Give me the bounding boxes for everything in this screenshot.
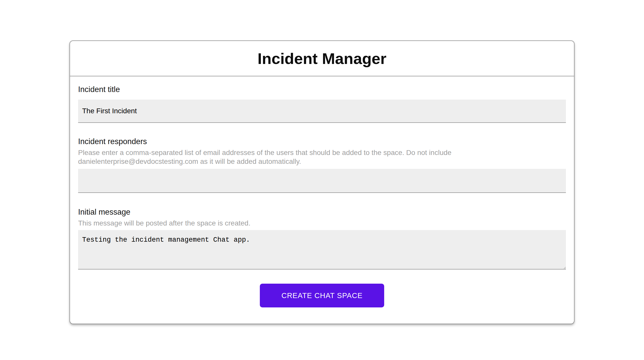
initial-message-label: Initial message [78,208,566,217]
incident-responders-field: Incident responders Please enter a comma… [78,137,566,193]
initial-message-field: Initial message This message will be pos… [78,208,566,269]
card-header: Incident Manager [70,41,574,76]
initial-message-textarea[interactable]: Testing the incident management Chat app… [78,230,566,269]
incident-title-field: Incident title [78,85,566,123]
incident-responders-input[interactable] [78,169,566,193]
page-title: Incident Manager [258,50,386,68]
button-row: CREATE CHAT SPACE [78,284,566,307]
initial-message-hint: This message will be posted after the sp… [78,219,566,228]
incident-manager-card: Incident Manager Incident title Incident… [70,40,574,324]
incident-responders-label: Incident responders [78,137,566,146]
incident-title-input[interactable] [78,100,566,123]
incident-form: Incident title Incident responders Pleas… [70,76,574,324]
incident-title-label: Incident title [78,85,566,94]
incident-responders-hint: Please enter a comma-separated list of e… [78,148,566,166]
create-chat-space-button[interactable]: CREATE CHAT SPACE [260,284,384,307]
